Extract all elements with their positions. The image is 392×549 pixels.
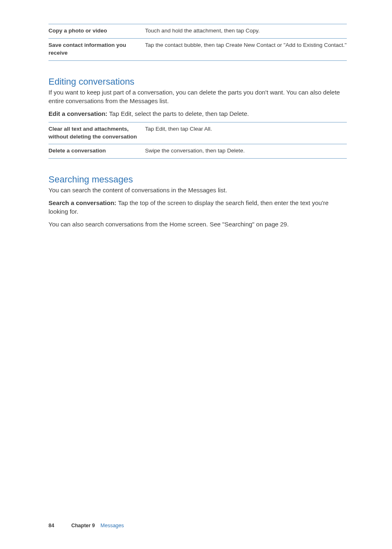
row-label: Delete a conversation [48, 144, 145, 159]
section-heading-searching: Searching messages [48, 174, 347, 185]
table-row: Copy a photo or video Touch and hold the… [48, 24, 347, 39]
row-value: Tap the contact bubble, then tap Create … [145, 38, 347, 60]
row-label: Save contact information you receive [48, 38, 145, 60]
chapter-label: Chapter 9 [71, 523, 95, 528]
instruction-lead: Edit a conversation: [48, 110, 109, 117]
section-extra: You can also search conversations from t… [48, 220, 347, 228]
page-footer: 84 Chapter 9 Messages [48, 523, 124, 528]
instruction-search: Search a conversation: Tap the top of th… [48, 198, 347, 216]
row-label: Clear all text and attachments, without … [48, 122, 145, 144]
row-label: Copy a photo or video [48, 24, 145, 39]
section-body: If you want to keep just part of a conve… [48, 88, 347, 105]
section-heading-editing: Editing conversations [48, 76, 347, 87]
row-value: Touch and hold the attachment, then tap … [145, 24, 347, 39]
table-attachments: Copy a photo or video Touch and hold the… [48, 24, 347, 61]
section-body: You can search the content of conversati… [48, 186, 347, 194]
chapter-name: Messages [101, 523, 124, 528]
page-number: 84 [48, 523, 54, 528]
table-editing: Clear all text and attachments, without … [48, 122, 347, 159]
instruction-edit: Edit a conversation: Tap Edit, select th… [48, 109, 347, 118]
row-value: Swipe the conversation, then tap Delete. [145, 144, 347, 159]
instruction-lead: Search a conversation: [48, 199, 118, 206]
table-row: Clear all text and attachments, without … [48, 122, 347, 144]
row-value: Tap Edit, then tap Clear All. [145, 122, 347, 144]
table-row: Save contact information you receive Tap… [48, 38, 347, 60]
table-row: Delete a conversation Swipe the conversa… [48, 144, 347, 159]
instruction-rest: Tap Edit, select the parts to delete, th… [109, 110, 249, 117]
